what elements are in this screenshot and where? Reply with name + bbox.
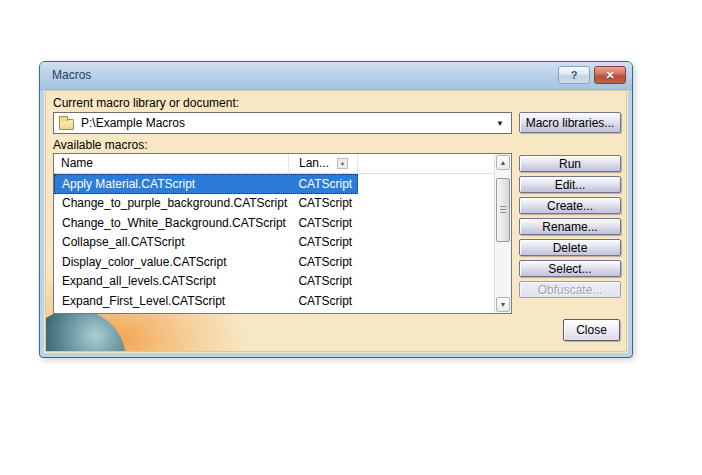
column-header-name[interactable]: Name (54, 154, 289, 173)
titlebar-buttons: ? ✕ (558, 66, 626, 84)
macros-dialog: Macros ? ✕ Current macro library or docu… (39, 61, 633, 358)
list-scrollbar[interactable]: ▲ ▼ (494, 154, 511, 313)
edit-button[interactable]: Edit... (519, 176, 621, 193)
library-label: Current macro library or document: (53, 96, 239, 110)
close-icon: ✕ (605, 69, 614, 81)
library-path-value: P:\Example Macros (81, 116, 185, 130)
create-button[interactable]: Create... (519, 197, 621, 214)
macro-row[interactable]: Display_color_value.CATScript CATScript (54, 252, 494, 272)
scrollbar-grip (500, 206, 506, 214)
macro-row[interactable]: Expand_First_Level.CATScript CATScript (54, 291, 494, 311)
macro-row[interactable]: Change_to_purple_background.CATScript CA… (54, 194, 494, 214)
sort-icon[interactable]: ▲ (337, 158, 348, 169)
rename-button[interactable]: Rename... (519, 218, 621, 235)
help-icon: ? (571, 69, 578, 81)
obfuscate-button: Obfuscate... (519, 281, 621, 298)
dialog-titlebar[interactable]: Macros ? ✕ (40, 62, 632, 90)
catia-sphere-watermark (45, 309, 126, 352)
macros-listbox[interactable]: Name Lan... ▲ Apply Material.CATScript C… (53, 153, 512, 314)
run-button[interactable]: Run (519, 155, 621, 172)
scroll-down-button[interactable]: ▼ (496, 297, 510, 312)
help-button[interactable]: ? (558, 66, 590, 84)
available-macros-label: Available macros: (53, 138, 148, 152)
column-header-language[interactable]: Lan... ▲ (289, 154, 358, 173)
macro-libraries-button[interactable]: Macro libraries... (519, 112, 621, 133)
close-button[interactable]: Close (563, 319, 620, 341)
scrollbar-thumb[interactable] (496, 178, 510, 242)
macro-row[interactable]: Collapse_all.CATScript CATScript (54, 233, 494, 253)
list-header: Name Lan... ▲ (54, 154, 494, 174)
macro-row[interactable]: Apply Material.CATScript CATScript (54, 174, 494, 194)
library-combobox[interactable]: P:\Example Macros ▼ (53, 112, 512, 134)
folder-icon (59, 119, 74, 130)
scroll-up-button[interactable]: ▲ (496, 155, 510, 170)
macro-row[interactable]: Change_to_White_Background.CATScript CAT… (54, 213, 494, 233)
select-button[interactable]: Select... (519, 260, 621, 277)
dialog-content: Current macro library or document: P:\Ex… (45, 90, 627, 352)
chevron-down-icon[interactable]: ▼ (496, 119, 504, 128)
dialog-title: Macros (52, 62, 91, 89)
window-close-button[interactable]: ✕ (594, 66, 626, 84)
macro-row[interactable]: Expand_all_levels.CATScript CATScript (54, 272, 494, 292)
delete-button[interactable]: Delete (519, 239, 621, 256)
macro-rows: Apply Material.CATScript CATScript Chang… (54, 174, 494, 313)
row-highlight: Apply Material.CATScript CATScript (54, 174, 358, 194)
column-header-language-label: Lan... (299, 156, 329, 170)
